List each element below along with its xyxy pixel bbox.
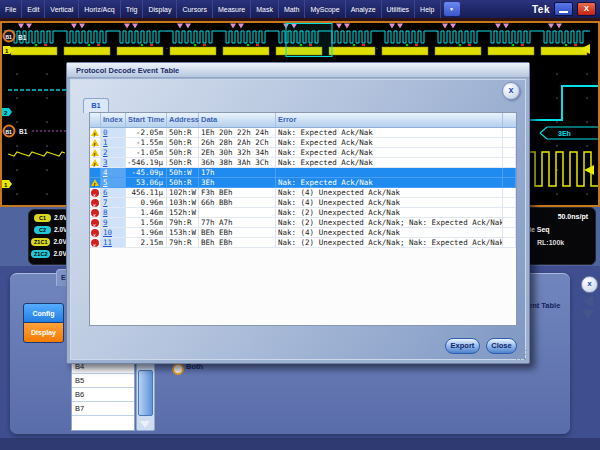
menu-item-file[interactable]: File	[0, 0, 22, 18]
cell-index[interactable]: 1	[101, 138, 126, 148]
menu-item-measure[interactable]: Measure	[213, 0, 251, 18]
bus-list-item-b5[interactable]: B5	[72, 374, 134, 388]
minimize-button[interactable]	[554, 2, 573, 16]
zoom-region-highlight[interactable]	[286, 24, 332, 57]
bus-b1-marker-label: B1	[6, 34, 13, 40]
cell-start-time: -2.05m	[126, 128, 167, 138]
header-error[interactable]: Error	[276, 113, 503, 127]
ch2-badge[interactable]: C2	[34, 226, 51, 234]
warning-icon	[91, 179, 99, 186]
cell-start-time: 0.96m	[126, 198, 167, 208]
table-row[interactable]: 112.15m79h:RBEh EBhNak: (2) Unexpected A…	[90, 238, 516, 248]
panel-collapse-left-icon[interactable]	[583, 295, 593, 307]
cell-index[interactable]: 10	[101, 228, 126, 238]
ch1-badge[interactable]: C1	[34, 214, 51, 222]
panel-close-button[interactable]: x	[581, 276, 598, 293]
cell-index[interactable]: 6	[101, 188, 126, 198]
tab-b1[interactable]: B1	[83, 98, 109, 113]
cell-address: 102h:W	[167, 188, 199, 198]
menu-item-horizacq[interactable]: Horiz/Acq	[79, 0, 120, 18]
menu-item-display[interactable]: Display	[143, 0, 177, 18]
cell-index[interactable]: 2	[101, 148, 126, 158]
cell-index[interactable]: 3	[101, 158, 126, 168]
table-row[interactable]: 91.56m79h:R77h A7hNak: (2) Unexpected Ac…	[90, 218, 516, 228]
cell-index[interactable]: 11	[101, 238, 126, 248]
cell-data: 36h 38h 3Ah 3Ch	[199, 158, 276, 168]
menu-item-myscope[interactable]: MyScope	[305, 0, 345, 18]
cell-index[interactable]: 8	[101, 208, 126, 218]
table-row[interactable]: 0-2.05m50h:R1Eh 20h 22h 24hNak: Expected…	[90, 128, 516, 138]
menu-item-utilities[interactable]: Utilities	[382, 0, 416, 18]
menu-item-help[interactable]: Help	[415, 0, 440, 18]
header-data[interactable]: Data	[199, 113, 276, 127]
table-row[interactable]: 1-1.55m50h:R26h 28h 2Ah 2ChNak: Expected…	[90, 138, 516, 148]
event-table-label-fragment: ent Table	[528, 301, 560, 310]
tek-logo: Tek	[532, 4, 550, 15]
config-tab-button[interactable]: Config	[23, 303, 64, 324]
menu-item-vertical[interactable]: Vertical	[45, 0, 79, 18]
sample-rate-readout: 50.0ns/pt	[558, 213, 588, 220]
z1c2-badge[interactable]: Z1C2	[31, 250, 50, 258]
table-row[interactable]: 3-546.19µ50h:R36h 38h 3Ah 3ChNak: Expect…	[90, 158, 516, 168]
table-row[interactable]: 553.06µ50h:R3EhNak: Expected Ack/Nak	[90, 178, 516, 188]
display-tab-button[interactable]: Display	[23, 322, 64, 343]
cell-start-time: 1.96m	[126, 228, 167, 238]
menu-item-trig[interactable]: Trig	[121, 0, 144, 18]
table-row[interactable]: 81.46m152h:WNak: (2) Unexpected Ack/Nak	[90, 208, 516, 218]
close-window-button[interactable]: X	[577, 2, 596, 16]
cell-index[interactable]: 7	[101, 198, 126, 208]
cell-error: Nak: Expected Ack/Nak	[276, 148, 503, 158]
cell-start-time: -45.09µ	[126, 168, 167, 178]
table-row[interactable]: 6456.11µ102h:WF3h BEhNak: (4) Unexpected…	[90, 188, 516, 198]
header-start-time[interactable]: Start Time	[126, 113, 167, 127]
table-row[interactable]: 101.96m153h:WBEh EBhNak: (4) Unexpected …	[90, 228, 516, 238]
cell-spacer	[503, 228, 516, 238]
cell-index[interactable]: 0	[101, 128, 126, 138]
scrollbar-thumb[interactable]	[138, 370, 153, 416]
cell-error: Nak: (4) Unexpected Ack/Nak	[276, 198, 503, 208]
dialog-title-bar[interactable]: Protocol Decode Event Table	[67, 63, 529, 78]
cell-start-time: 1.56m	[126, 218, 167, 228]
cell-address: 79h:R	[167, 218, 199, 228]
error-icon	[90, 198, 101, 208]
bus-list-item-b6[interactable]: B6	[72, 388, 134, 402]
panel-collapse-down-icon[interactable]	[582, 310, 594, 320]
scroll-down-arrow-icon[interactable]	[140, 421, 150, 428]
table-row[interactable]: 2-1.05m50h:R2Eh 30h 32h 34hNak: Expected…	[90, 148, 516, 158]
menu-item-math[interactable]: Math	[279, 0, 306, 18]
table-row[interactable]: 4-45.09µ50h:W17h	[90, 168, 516, 178]
menu-item-analyze[interactable]: Analyze	[346, 0, 382, 18]
cell-index[interactable]: 4	[101, 168, 126, 178]
menu-item-edit[interactable]: Edit	[22, 0, 45, 18]
cell-spacer	[503, 238, 516, 248]
main-wave-right: 3Eh	[528, 62, 598, 203]
menu-item-cursors[interactable]: Cursors	[177, 0, 213, 18]
z1c1-badge[interactable]: Z1C1	[31, 238, 50, 246]
cell-index[interactable]: 9	[101, 218, 126, 228]
table-row[interactable]: 70.96m103h:W66h BBhNak: (4) Unexpected A…	[90, 198, 516, 208]
menu-overflow-button[interactable]	[444, 2, 460, 16]
bus-list: B4B5B6B7	[71, 359, 135, 431]
warning-icon	[90, 148, 101, 158]
cell-index[interactable]: 5	[101, 178, 126, 188]
cell-start-time: 53.06µ	[126, 178, 167, 188]
header-address[interactable]: Address	[167, 113, 199, 127]
window-controls: Tek X	[532, 0, 596, 18]
close-button[interactable]: Close	[486, 338, 517, 354]
cell-spacer	[503, 128, 516, 138]
table-header: Index Start Time Address Data Error	[90, 113, 516, 128]
bus-list-scrollbar[interactable]	[136, 359, 155, 431]
menu-item-mask[interactable]: Mask	[251, 0, 279, 18]
header-icon-col	[90, 113, 101, 127]
bus-b1-marker-label: B1	[6, 129, 13, 135]
cell-address: 50h:R	[167, 158, 199, 168]
header-index[interactable]: Index	[101, 113, 126, 127]
marker-arrow-icon[interactable]	[584, 165, 594, 175]
error-icon	[91, 199, 99, 207]
bus-list-item-b7[interactable]: B7	[72, 402, 134, 416]
cell-spacer	[503, 188, 516, 198]
error-icon	[91, 189, 99, 197]
both-radio-button[interactable]	[172, 363, 184, 375]
export-button[interactable]: Export	[445, 338, 480, 354]
dialog-close-icon[interactable]: x	[502, 82, 520, 100]
